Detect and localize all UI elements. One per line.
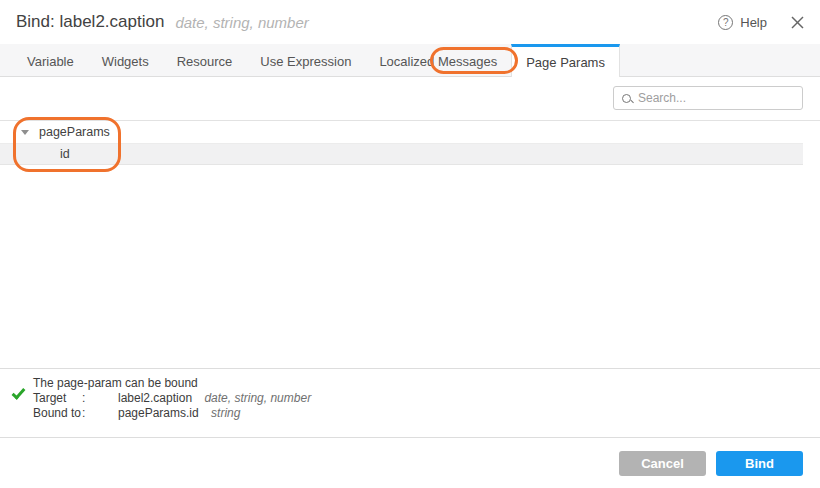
status-row-label: Target bbox=[33, 391, 82, 406]
tree-item-pageparams[interactable]: pageParams bbox=[0, 121, 803, 143]
tree-item-label: pageParams bbox=[39, 125, 110, 139]
status-row-separator: : bbox=[82, 391, 118, 406]
status-row-type: date, string, number bbox=[204, 391, 311, 405]
tab-widgets[interactable]: Widgets bbox=[88, 44, 163, 76]
status-section: The page-param can be bound Target : lab… bbox=[0, 368, 820, 437]
help-icon: ? bbox=[718, 15, 733, 30]
search-input[interactable] bbox=[638, 91, 794, 105]
page-params-tree: pageParams id bbox=[0, 120, 820, 165]
tab-use-expression[interactable]: Use Expression bbox=[246, 44, 365, 76]
search-row bbox=[0, 77, 820, 120]
success-check-icon bbox=[12, 385, 26, 399]
status-row-separator: : bbox=[82, 406, 118, 421]
search-icon bbox=[622, 94, 631, 103]
status-text: The page-param can be bound Target : lab… bbox=[33, 376, 311, 437]
close-icon[interactable] bbox=[791, 16, 804, 29]
tab-localized-messages[interactable]: Localized Messages bbox=[365, 44, 511, 76]
status-row-value: label2.caption bbox=[118, 391, 192, 405]
tree-item-id[interactable]: id bbox=[0, 143, 803, 165]
tree-item-label: id bbox=[60, 147, 70, 161]
status-row-type: string bbox=[211, 406, 240, 420]
status-row-label: Bound to bbox=[33, 406, 82, 421]
footer-bar: Cancel Bind bbox=[0, 437, 820, 488]
bind-dialog: Bind: label2.caption date, string, numbe… bbox=[0, 0, 820, 488]
tab-resource[interactable]: Resource bbox=[163, 44, 247, 76]
search-box[interactable] bbox=[613, 86, 803, 110]
dialog-title: Bind: label2.caption bbox=[16, 12, 164, 32]
dialog-subtitle: date, string, number bbox=[175, 14, 308, 31]
status-row-value: pageParams.id bbox=[118, 406, 199, 420]
status-detail-rows: Target : label2.caption date, string, nu… bbox=[33, 391, 311, 421]
status-message: The page-param can be bound bbox=[33, 376, 311, 391]
bind-button[interactable]: Bind bbox=[716, 451, 803, 476]
tab-page-params[interactable]: Page Params bbox=[511, 44, 620, 77]
caret-down-icon[interactable] bbox=[21, 130, 29, 135]
dialog-header: Bind: label2.caption date, string, numbe… bbox=[0, 0, 820, 44]
tab-variable[interactable]: Variable bbox=[13, 44, 88, 76]
tab-bar: Variable Widgets Resource Use Expression… bbox=[0, 44, 820, 77]
cancel-button[interactable]: Cancel bbox=[619, 451, 706, 476]
content-spacer bbox=[0, 165, 820, 368]
status-row-value-cell: label2.caption date, string, number bbox=[118, 391, 311, 406]
help-button[interactable]: ? Help bbox=[718, 15, 767, 30]
help-label: Help bbox=[740, 15, 767, 30]
status-row-value-cell: pageParams.id string bbox=[118, 406, 311, 421]
